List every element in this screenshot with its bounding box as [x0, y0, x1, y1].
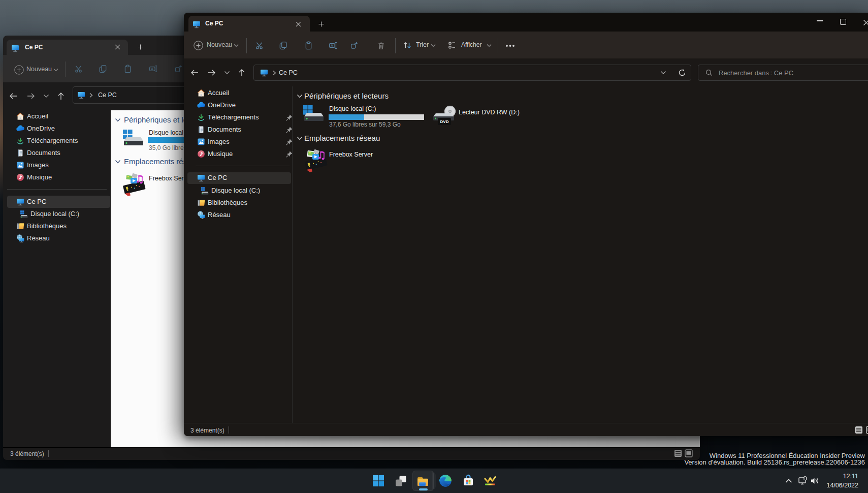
svg-text:A: A [331, 44, 333, 47]
svg-text:A: A [151, 67, 153, 71]
svg-text:DVD: DVD [440, 119, 449, 124]
